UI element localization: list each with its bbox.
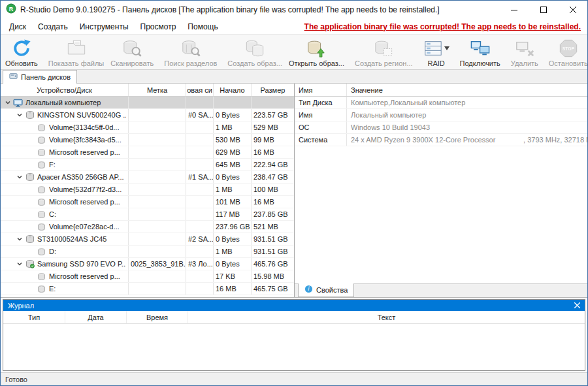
create-region-icon — [374, 39, 393, 58]
device-cell: Volume{3134c5ff-0d... — [1, 121, 129, 133]
device-row[interactable]: Apacer AS350 256GB AP...#1 SA...0 Bytes2… — [1, 171, 294, 184]
close-journal-icon[interactable] — [574, 302, 580, 308]
menu-item-help[interactable]: Помощь — [182, 20, 223, 33]
device-cell-value — [129, 146, 186, 158]
device-cell-value: 0025_3853_91B... — [129, 258, 186, 270]
toolbar-icon-row: STOP — [559, 39, 578, 58]
device-row[interactable]: Volume{532d77f2-d3...1 MB100 MB — [1, 184, 294, 196]
close-button[interactable] — [558, 1, 587, 19]
menu-item-create[interactable]: Создать — [32, 20, 74, 33]
part-icon — [36, 285, 47, 293]
tab-properties[interactable]: i Свойства — [298, 283, 354, 297]
device-cell-value: 0 Bytes — [214, 258, 252, 270]
device-cell-value: 101 MB — [214, 196, 252, 208]
minimize-button[interactable] — [499, 1, 529, 19]
toolbar: ОбновитьПоказать файлыСканироватьПоиск р… — [1, 34, 587, 70]
toolbar-button-refresh[interactable]: Обновить — [2, 37, 41, 69]
dropdown-arrow-icon[interactable] — [444, 46, 449, 50]
device-tree-panel: Устройство/ДискМеткаовая сиНачалоРазмер … — [1, 84, 295, 297]
chevron-down-icon[interactable] — [15, 236, 24, 242]
device-row[interactable]: E:16 MB465.75 GB — [1, 283, 294, 295]
device-cell-value — [129, 196, 186, 208]
toolbar-icon-row — [181, 39, 201, 58]
part-icon — [36, 161, 47, 169]
chevron-down-icon[interactable] — [15, 112, 24, 118]
maximize-button[interactable] — [529, 1, 558, 19]
hdd-icon — [24, 234, 35, 244]
device-cell: ST31000524AS JC45 — [1, 233, 129, 245]
device-cell-value — [186, 196, 214, 208]
toolbar-button-open-image[interactable]: Открыть образ... — [286, 37, 348, 69]
toolbar-button-label: Остановить — [549, 59, 587, 67]
device-cell-value: 529 MB — [252, 121, 294, 133]
device-cell: F: — [1, 159, 129, 170]
tab-drive-panel[interactable]: Панель дисков — [3, 70, 77, 84]
device-name: E: — [49, 285, 56, 293]
toolbar-button-stop: STOPОстановить — [546, 37, 587, 69]
property-column-header-2[interactable]: Значение — [347, 84, 587, 96]
device-cell: Microsoft reserved p... — [1, 196, 129, 208]
device-row[interactable]: Microsoft reserved p...17 KB15.98 MB — [1, 270, 294, 283]
journal-column-header-1[interactable]: Тип — [3, 311, 65, 323]
chevron-down-icon[interactable] — [15, 261, 24, 267]
toolbar-button-connect[interactable]: Подключить — [457, 37, 504, 69]
device-row[interactable]: D:1 MB931.51 GB — [1, 246, 294, 258]
device-row[interactable]: Локальный компьютер — [1, 97, 294, 109]
journal-column-header-4[interactable]: Текст — [188, 311, 585, 323]
menu-item-tools[interactable]: Инструменты — [74, 20, 135, 33]
device-column-header-4[interactable]: Начало — [214, 84, 252, 96]
device-cell-value — [129, 97, 186, 108]
device-row[interactable]: C:117 MB237.85 GB — [1, 208, 294, 221]
toolbar-button-show-files: Показать файлы — [45, 37, 107, 69]
device-cell-value: 1 MB — [214, 121, 252, 133]
device-row[interactable]: ST31000524AS JC45#2 SA...0 Bytes931.51 G… — [1, 233, 294, 246]
hdd-green-icon — [24, 259, 35, 268]
device-row[interactable]: KINGSTON SUV500240G ...#0 SA...0 Bytes22… — [1, 109, 294, 121]
device-column-header-2[interactable]: Метка — [129, 84, 186, 96]
device-cell-value: 931.51 GB — [252, 246, 294, 257]
device-cell-value: #2 SA... — [186, 233, 214, 245]
part-icon — [36, 272, 47, 281]
toolbar-button-create-image: Создать образ... — [224, 37, 286, 69]
device-name: Volume{e07e28ac-d... — [49, 223, 120, 231]
toolbar-icon-row — [515, 39, 534, 58]
journal-column-header-2[interactable]: Дата — [65, 311, 127, 323]
device-row[interactable]: Volume{3fc3843a-d5...530 MB99 MB — [1, 134, 294, 146]
journal-titlebar: Журнал — [3, 300, 585, 311]
part-icon — [36, 148, 47, 157]
device-cell-value — [186, 134, 214, 146]
device-name: Microsoft reserved p... — [49, 272, 120, 280]
device-cell-value — [129, 270, 186, 282]
device-column-header-5[interactable]: Размер — [252, 84, 294, 96]
device-column-header-1[interactable]: Устройство/Диск — [1, 84, 129, 96]
stop-icon: STOP — [559, 39, 578, 58]
device-row[interactable]: F:645 MB222.94 GB — [1, 159, 294, 171]
device-row[interactable]: Samsung SSD 970 EVO P...0025_3853_91B...… — [1, 258, 294, 270]
menu-item-disk[interactable]: Диск — [3, 20, 32, 33]
device-cell: Microsoft reserved p... — [1, 146, 129, 158]
toolbar-button-label: Сканировать — [110, 59, 154, 67]
menu-items: ДискСоздатьИнструментыПросмотрПомощь — [3, 20, 224, 33]
device-cell-value — [186, 121, 214, 133]
device-column-header-3[interactable]: овая си — [186, 84, 214, 96]
journal-column-header-3[interactable]: Время — [127, 311, 188, 323]
device-row[interactable]: Microsoft reserved p...101 MB16 MB — [1, 196, 294, 208]
device-cell-value — [129, 233, 186, 245]
toolbar-button-find-partitions: Поиск разделов — [161, 37, 220, 69]
menu-item-view[interactable]: Просмотр — [135, 20, 182, 33]
device-cell-value: 465.76 GB — [252, 258, 294, 270]
device-cell-value: 223.57 GB — [252, 109, 294, 121]
device-name: Volume{3fc3843a-d5... — [49, 136, 122, 144]
toolbar-button-raid[interactable]: RAID — [420, 37, 453, 69]
toolbar-button-label: Создать образ... — [227, 59, 282, 67]
chevron-down-icon[interactable] — [3, 99, 12, 106]
status-bar: Готово — [1, 372, 587, 385]
connect-icon — [470, 39, 490, 58]
chevron-down-icon[interactable] — [15, 174, 24, 180]
toolbar-button-create-region: Создать регион... — [351, 37, 416, 69]
property-column-header-1[interactable]: Имя — [295, 84, 347, 96]
device-row[interactable]: Microsoft reserved p...629 MB16 MB — [1, 146, 294, 159]
toolbar-button-delete: Удалить — [508, 37, 542, 69]
device-row[interactable]: Volume{e07e28ac-d...237.96 GB521 MB — [1, 221, 294, 233]
device-row[interactable]: Volume{3134c5ff-0d...1 MB529 MB — [1, 121, 294, 134]
